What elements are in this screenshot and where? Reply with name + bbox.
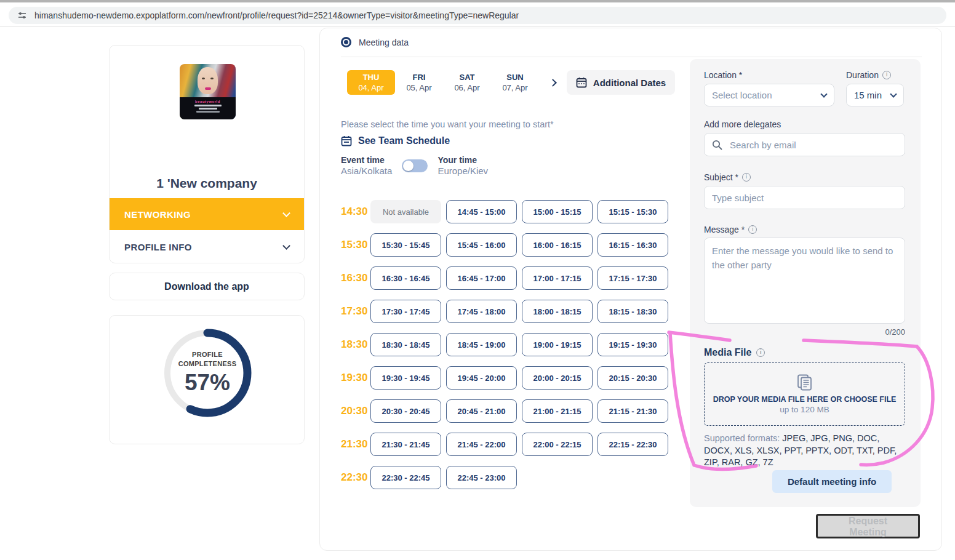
time-slot[interactable]: 16:45 - 17:00 [446, 266, 517, 290]
time-slot[interactable]: 18:00 - 18:15 [522, 300, 593, 323]
location-select[interactable]: Select location [704, 84, 834, 106]
date-tab-fri[interactable]: FRI05, Apr [395, 70, 443, 95]
radio-selected-icon[interactable] [341, 37, 351, 47]
date-tabs: THU04, AprFRI05, AprSAT06, AprSUN07, Apr… [347, 70, 675, 95]
time-slot[interactable]: 14:45 - 15:00 [446, 200, 517, 223]
dates-scroll-chevron-right-icon[interactable] [549, 79, 557, 87]
time-slot[interactable]: 20:45 - 21:00 [446, 399, 517, 423]
time-slot[interactable]: 19:30 - 19:45 [370, 366, 441, 390]
time-row-label: 21:30 [341, 438, 370, 450]
time-slot[interactable]: 19:45 - 20:00 [446, 366, 517, 390]
time-slot[interactable]: 17:15 - 17:30 [597, 266, 668, 290]
date-tab-thu[interactable]: THU04, Apr [347, 70, 395, 95]
your-time-value: Europe/Kiev [438, 166, 488, 176]
time-slot[interactable]: 17:00 - 17:15 [522, 266, 593, 290]
download-app-button[interactable]: Download the app [109, 273, 305, 300]
time-slot[interactable]: 16:00 - 16:15 [522, 233, 593, 257]
date-tab-sat[interactable]: SAT06, Apr [443, 70, 491, 95]
your-time-label: Your time [438, 155, 488, 165]
time-slot[interactable]: 21:30 - 21:45 [370, 433, 441, 456]
time-slot[interactable]: 20:00 - 20:15 [522, 366, 593, 390]
time-row: 16:3016:30 - 16:4516:45 - 17:0017:00 - 1… [341, 266, 673, 290]
profile-completeness-card: PROFILE COMPLETENESS 57% [109, 315, 305, 444]
delegates-search-box[interactable] [704, 133, 905, 156]
time-slot[interactable]: 21:45 - 22:00 [446, 433, 517, 456]
time-slot[interactable]: 18:45 - 19:00 [446, 333, 517, 356]
download-app-label: Download the app [164, 281, 249, 292]
media-dropzone[interactable]: DROP YOUR MEDIA FILE HERE OR CHOOSE FILE… [704, 362, 905, 426]
info-icon: i [756, 348, 765, 357]
time-row: 21:3021:30 - 21:4521:45 - 22:0022:00 - 2… [341, 433, 673, 456]
chevron-down-icon [820, 90, 827, 97]
company-logo: beautyworld [180, 64, 236, 119]
time-row: 14:30Not available14:45 - 15:0015:00 - 1… [341, 200, 673, 223]
dropzone-size-limit: up to 120 MB [780, 405, 829, 414]
chevron-down-icon [282, 209, 290, 217]
time-slot[interactable]: 15:30 - 15:45 [370, 233, 441, 257]
supported-formats: Supported formats: JPEG, JPG, PNG, DOC, … [704, 433, 907, 469]
location-label: Location * [704, 70, 742, 80]
duration-value: 15 min [854, 90, 882, 100]
toggle-knob [403, 161, 414, 171]
time-slot[interactable]: 20:15 - 20:30 [597, 366, 668, 390]
sidebar-item-label: PROFILE INFO [124, 242, 192, 252]
company-card: beautyworld 1 'New company Profile previ… [109, 45, 305, 263]
time-slot[interactable]: 18:30 - 18:45 [370, 333, 441, 356]
time-slot[interactable]: 19:00 - 19:15 [522, 333, 593, 356]
date-tab-date: 06, Apr [454, 83, 479, 92]
date-tab-date: 04, Apr [358, 83, 383, 92]
company-name: 1 'New company [110, 176, 304, 191]
time-slot[interactable]: 17:30 - 17:45 [370, 300, 441, 323]
date-tab-date: 05, Apr [406, 83, 431, 92]
time-row-label: 14:30 [341, 206, 370, 218]
time-slot[interactable]: 22:30 - 22:45 [370, 466, 441, 489]
time-slot[interactable]: 16:15 - 16:30 [597, 233, 668, 257]
info-icon: i [748, 225, 757, 234]
time-row-label: 17:30 [341, 305, 370, 318]
time-slot[interactable]: 20:30 - 20:45 [370, 399, 441, 423]
time-slot[interactable]: 21:15 - 21:30 [597, 399, 668, 423]
logo-face-art [198, 67, 218, 94]
meeting-data-step: Meeting data [341, 37, 409, 47]
sidebar-item-label: NETWORKING [124, 209, 191, 220]
select-time-hint: Please select the time you want your mee… [341, 119, 554, 129]
sidebar-item-networking[interactable]: NETWORKING [110, 198, 304, 230]
default-meeting-info-button[interactable]: Default meeting info [772, 470, 892, 493]
time-slot-grid: 14:30Not available14:45 - 15:0015:00 - 1… [341, 200, 673, 499]
completeness-donut: PROFILE COMPLETENESS 57% [161, 327, 254, 419]
time-slot[interactable]: 22:45 - 23:00 [446, 466, 517, 489]
page-url[interactable]: himanshudemo-newdemo.expoplatform.com/ne… [34, 10, 519, 20]
sidebar-item-profile-info[interactable]: PROFILE INFO [110, 230, 304, 263]
time-slot[interactable]: 15:45 - 16:00 [446, 233, 517, 257]
info-icon: i [742, 173, 751, 182]
time-slot[interactable]: 17:45 - 18:00 [446, 300, 517, 323]
time-slot[interactable]: 22:00 - 22:15 [522, 433, 593, 456]
time-slot[interactable]: 22:15 - 22:30 [597, 433, 668, 456]
request-meeting-button[interactable]: Request Meeting [816, 514, 920, 538]
timezone-switcher: Event time Asia/Kolkata Your time Europe… [341, 155, 488, 176]
additional-dates-button[interactable]: Additional Dates [567, 70, 675, 95]
time-slot[interactable]: 16:30 - 16:45 [370, 266, 441, 290]
time-slot[interactable]: 19:15 - 19:30 [597, 333, 668, 356]
location-placeholder: Select location [712, 90, 772, 100]
browser-address-bar: himanshudemo-newdemo.expoplatform.com/ne… [0, 2, 955, 27]
time-slot[interactable]: 18:15 - 18:30 [597, 300, 668, 323]
calendar-icon [576, 77, 587, 88]
date-tab-sun[interactable]: SUN07, Apr [491, 70, 539, 95]
time-slot[interactable]: 21:00 - 21:15 [522, 399, 593, 423]
time-row-label: 16:30 [341, 272, 370, 284]
additional-dates-label: Additional Dates [593, 78, 666, 88]
info-icon: i [882, 71, 891, 79]
timezone-toggle[interactable] [402, 159, 428, 172]
duration-select[interactable]: 15 min [846, 84, 904, 106]
message-textarea[interactable] [704, 238, 905, 324]
event-time-value: Asia/Kolkata [341, 166, 392, 176]
see-team-schedule-link[interactable]: See Team Schedule [341, 135, 450, 146]
logo-brand-text: beautyworld [180, 100, 236, 103]
url-bar[interactable]: himanshudemo-newdemo.expoplatform.com/ne… [9, 7, 946, 24]
subject-input[interactable] [704, 186, 905, 209]
time-slot[interactable]: 15:15 - 15:30 [597, 200, 668, 223]
search-by-email-input[interactable] [730, 140, 897, 150]
delegates-label: Add more delegates [704, 119, 781, 129]
time-slot[interactable]: 15:00 - 15:15 [522, 200, 593, 223]
